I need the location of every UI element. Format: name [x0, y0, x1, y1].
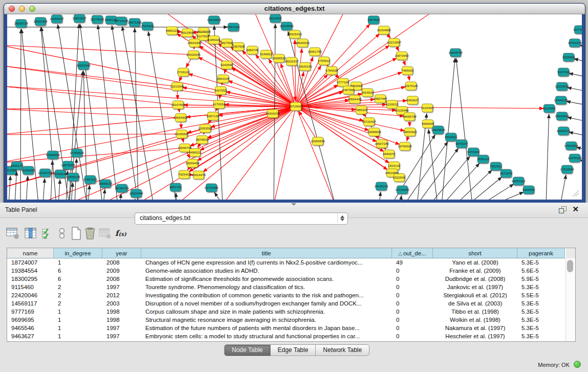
citation-edge-black[interactable] [443, 163, 480, 200]
citation-edge-black[interactable] [568, 117, 582, 122]
citation-edge-black[interactable] [80, 24, 102, 200]
citation-edge-black[interactable] [455, 170, 492, 200]
row-height-icon[interactable] [54, 226, 70, 241]
citation-edge-black[interactable] [20, 29, 21, 200]
citation-edge-black[interactable] [9, 176, 10, 200]
citation-edge-black[interactable] [400, 195, 401, 200]
citation-edge-black[interactable] [58, 180, 60, 200]
citation-edge-black[interactable] [88, 185, 90, 200]
column-header-in_degree[interactable]: in_degree [54, 248, 102, 258]
citation-edge-black[interactable] [481, 184, 514, 200]
citation-edge-red[interactable] [7, 106, 291, 109]
function-builder-icon[interactable]: f(x) [113, 226, 128, 241]
citation-edge-red[interactable] [181, 122, 182, 128]
citation-edge-black[interactable] [546, 114, 549, 200]
citation-edge-black[interactable] [430, 156, 470, 200]
citation-edge-red[interactable] [183, 139, 184, 142]
citation-edge-black[interactable] [26, 176, 28, 200]
window-titlebar[interactable]: citations_edges.txt [4, 4, 585, 14]
close-panel-icon[interactable]: ✕ [572, 205, 579, 214]
tab-edge-table[interactable]: Edge Table [271, 345, 316, 356]
citation-edge-black[interactable] [379, 192, 381, 200]
table-row[interactable]: 1830029562008Estimation of significance … [7, 275, 566, 283]
citation-edge-black[interactable] [468, 177, 502, 200]
select-all-icon[interactable] [39, 226, 54, 241]
citation-edge-black[interactable] [568, 87, 582, 92]
citation-edge-black[interactable] [43, 179, 45, 200]
citation-edge-black[interactable] [494, 192, 524, 200]
citation-edge-black[interactable] [15, 171, 16, 200]
citation-edge-black[interactable] [428, 129, 438, 200]
citation-edge-black[interactable] [103, 189, 105, 200]
citation-edge-black[interactable] [567, 101, 582, 105]
column-header-out_de[interactable]: △out_de... [392, 248, 433, 258]
citation-edge-red[interactable] [7, 86, 291, 106]
citation-edge-red[interactable] [198, 144, 200, 148]
citation-edge-red[interactable] [396, 47, 399, 51]
citation-edge-red[interactable] [179, 110, 180, 112]
citation-edge-red[interactable] [403, 60, 405, 65]
citation-edge-black[interactable] [577, 147, 582, 150]
citation-edge-black[interactable] [134, 199, 135, 200]
graph-node-label: 16782759 [115, 186, 129, 190]
citation-edge-red[interactable] [292, 66, 295, 101]
canvas-resize-grip-icon[interactable] [573, 190, 579, 196]
tab-node-table[interactable]: Node Table [225, 345, 271, 356]
table-row[interactable]: 1938455462009Genome-wide association stu… [7, 267, 566, 275]
citation-edge-red[interactable] [295, 40, 296, 102]
citation-edge-black[interactable] [574, 59, 582, 62]
panel-drag-handle-icon[interactable] [291, 203, 296, 206]
table-row[interactable]: 2242004622012Investigating the contribut… [7, 291, 566, 299]
citation-edge-red[interactable] [297, 111, 335, 200]
citation-edge-red[interactable] [274, 111, 295, 200]
column-header-name[interactable]: name [7, 248, 54, 258]
column-header-pagerank[interactable]: pagerank [517, 248, 565, 258]
delete-table-icon[interactable] [82, 226, 98, 241]
table-row[interactable]: 969969511998Structural magnetic resonanc… [7, 316, 566, 324]
column-header-title[interactable]: title [141, 248, 392, 258]
citation-edge-black[interactable] [176, 193, 177, 200]
citation-edge-red[interactable] [179, 76, 181, 81]
float-panel-icon[interactable] [559, 206, 567, 213]
network-graph[interactable]: 1872400718300295866012389129541822605891… [7, 14, 582, 200]
citation-edge-red[interactable] [204, 133, 204, 135]
table-vertical-scrollbar[interactable] [565, 258, 575, 341]
table-row[interactable]: 946554611997Estimation of the future num… [7, 324, 566, 332]
citation-edge-red[interactable] [296, 49, 302, 102]
memory-status-indicator-icon[interactable] [574, 361, 581, 368]
citation-edge-red[interactable] [407, 136, 408, 141]
network-view-canvas[interactable]: 1872400718300295866012389129541822605891… [7, 14, 582, 200]
citation-edge-black[interactable] [51, 161, 53, 200]
citation-edge-red[interactable] [408, 75, 409, 81]
table-settings-icon[interactable] [5, 226, 20, 241]
citation-edge-black[interactable] [569, 132, 582, 136]
citation-edge-red[interactable] [299, 75, 328, 103]
citation-edge-black[interactable] [148, 32, 177, 200]
citation-edge-red[interactable] [7, 134, 177, 135]
citation-edge-black[interactable] [98, 25, 118, 200]
citation-edge-black[interactable] [456, 58, 472, 200]
column-header-year[interactable]: year [102, 248, 141, 258]
network-window: citations_edges.txt 18724007183002958660… [4, 3, 585, 204]
citation-edge-red[interactable] [186, 59, 191, 68]
table-row[interactable]: 1872400712008Changes of HCN gene express… [7, 258, 566, 267]
citation-edge-red[interactable] [7, 86, 173, 104]
citation-edge-red[interactable] [215, 108, 217, 111]
table-row[interactable]: 977716911998Corpus callosum shape and si… [7, 308, 566, 316]
citation-edge-black[interactable] [560, 175, 566, 200]
citation-edge-red[interactable] [222, 83, 222, 85]
citation-edge-red[interactable] [225, 70, 226, 74]
table-row[interactable]: 1456911722003Disruption of a novel membe… [7, 299, 566, 308]
table-row[interactable]: 946362711997Embryonic stem cells: a mode… [7, 332, 566, 340]
citation-edge-black[interactable] [569, 73, 582, 77]
table-selector-dropdown[interactable]: citations_edges.txt [135, 212, 348, 225]
citation-edge-black[interactable] [214, 192, 223, 200]
create-table-icon[interactable] [69, 226, 84, 241]
scrollbar-thumb[interactable] [567, 260, 573, 272]
column-visibility-icon[interactable] [23, 226, 38, 241]
citation-edge-red[interactable] [7, 45, 189, 55]
graph-node-label: 9115460 [421, 106, 433, 110]
tab-network-table[interactable]: Network Table [316, 345, 369, 356]
column-header-short[interactable]: short [433, 248, 517, 258]
table-row[interactable]: 911546021997Tourette syndrome. Phenomeno… [7, 283, 566, 291]
